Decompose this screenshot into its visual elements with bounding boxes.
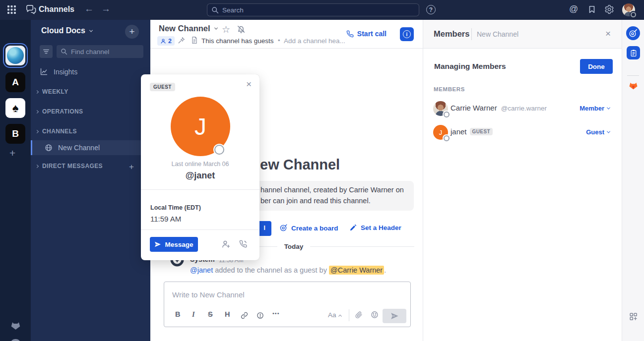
start-call-button[interactable]: Start call [346,30,386,38]
saved-posts-icon[interactable] [587,5,596,14]
settings-gear-icon[interactable] [604,4,614,14]
user-status-indicator [631,12,636,17]
search-input[interactable] [222,6,415,14]
profile-popover: GUEST × J Last online March 06 @janet Lo… [141,74,259,260]
board-target-icon [279,224,287,232]
chevron-down-icon [607,130,610,133]
sidebar-section-channels[interactable]: CHANNELS [36,128,77,135]
find-channel-box[interactable] [57,45,143,58]
members-section-label: MEMBERS [434,86,465,92]
panel-subtitle: New Channel [477,30,518,38]
done-button[interactable]: Done [580,59,613,74]
close-icon[interactable]: × [246,79,252,90]
priority-button[interactable] [257,312,264,319]
chevron-down-icon [89,28,93,32]
attachment-paperclip-icon[interactable] [355,311,363,319]
globe-team-icon [7,47,24,64]
spade-icon: ♠ [12,101,19,115]
sidebar-item-new-channel[interactable]: New Channel [31,140,150,155]
channels-product-icon [25,4,37,15]
team-menu[interactable]: Cloud Docs [41,26,92,35]
mentions-icon[interactable]: @ [569,4,578,14]
add-channel-button[interactable]: + [125,25,139,39]
sidebar-section-operations[interactable]: OPERATIONS [36,108,83,115]
history-back-icon[interactable]: ← [84,3,94,14]
search-icon [61,48,67,55]
role-dropdown-member[interactable]: Member [580,105,610,112]
more-formatting-button[interactable]: ••• [272,310,280,316]
chevron-right-icon [35,164,39,168]
chevron-down-icon [607,106,610,110]
member-count-badge[interactable]: 2 [157,36,175,46]
italic-button[interactable]: I [192,310,195,319]
call-icon[interactable] [239,239,248,249]
role-dropdown-guest[interactable]: Guest [586,128,610,136]
member-row-carrie[interactable]: Carrie Warner@carrie.warner Member [423,98,622,122]
bold-button[interactable]: B [175,310,180,318]
gitlab-app-icon[interactable] [628,80,639,91]
app-bar [622,20,644,341]
team-globe[interactable] [5,46,25,65]
carrie-mention-highlight[interactable]: @Carrie Warner [329,266,384,275]
add-team-button[interactable]: + [9,147,15,159]
username: @carrie.warner [501,105,547,112]
message-composer: B I S H ••• Aa [164,282,411,327]
pencil-icon [349,224,357,231]
sidebar-section-weekly[interactable]: WEEKLY [36,88,68,95]
info-icon: i [403,30,411,38]
system-message: @janet added to the channel as a guest b… [190,266,386,274]
boards-app-icon[interactable] [626,26,640,40]
janet-mention-link[interactable]: @janet [190,266,213,274]
playbooks-app-icon[interactable] [627,46,640,59]
send-button[interactable] [383,309,406,323]
status-indicator [444,135,450,141]
channel-filter-icon[interactable] [40,45,53,58]
add-apps-icon[interactable] [629,312,638,321]
member-row-janet[interactable]: J janetGUEST Guest [423,122,622,146]
emoji-smiley-icon[interactable] [371,311,379,319]
guests-indicator: This channel has guests [201,37,274,45]
pin-icon[interactable] [177,37,185,45]
message-button[interactable]: Message [150,237,198,252]
history-forward-icon[interactable]: → [101,3,111,14]
add-direct-message-button[interactable]: + [129,162,134,172]
show-formatting-button[interactable]: Aa [328,311,341,319]
add-channel-header-link[interactable]: Add a channel hea... [284,37,345,45]
heading-button[interactable]: H [225,310,230,318]
sidebar-item-insights[interactable]: Insights [40,67,77,76]
chevron-right-icon [35,90,39,93]
mute-bell-off-icon[interactable] [237,25,246,34]
link-button[interactable] [241,312,248,319]
phone-icon [346,30,354,38]
global-header: Channels ← → ? @ [0,0,644,20]
close-icon[interactable]: × [605,28,611,39]
find-channel-input[interactable] [71,48,139,56]
message-input[interactable] [164,282,410,307]
global-search[interactable] [207,3,419,16]
create-board-button[interactable]: Create a board [279,224,338,232]
local-time-label: Local Time (EDT) [150,204,201,211]
team-b[interactable]: B [5,124,25,144]
favorite-star-icon[interactable]: ☆ [222,24,230,35]
members-panel-header: Members New Channel × [423,20,622,49]
gitlab-icon[interactable] [9,319,22,331]
channel-info-button[interactable]: i [400,27,414,41]
person-icon [160,38,166,44]
channel-name-menu[interactable]: New Channel [159,24,217,33]
app-window: Channels ← → ? @ A ♠ B + [0,0,644,341]
apps-grid-icon[interactable] [7,5,16,14]
strikethrough-button[interactable]: S [208,310,213,318]
sidebar-section-direct-messages[interactable]: DIRECT MESSAGES [36,163,103,170]
team-a[interactable]: A [5,72,25,92]
set-header-button[interactable]: Set a Header [349,224,401,231]
username: @janet [141,170,259,181]
user-avatar[interactable] [622,3,635,16]
avatar: J [433,125,448,140]
help-icon[interactable]: ? [426,5,436,14]
last-online-text: Last online March 06 [141,161,259,168]
channel-file-icon[interactable] [191,36,198,44]
github-icon[interactable] [9,338,21,341]
add-to-channel-icon[interactable] [221,239,231,249]
status-indicator [444,112,450,117]
team-spade[interactable]: ♠ [5,98,25,118]
